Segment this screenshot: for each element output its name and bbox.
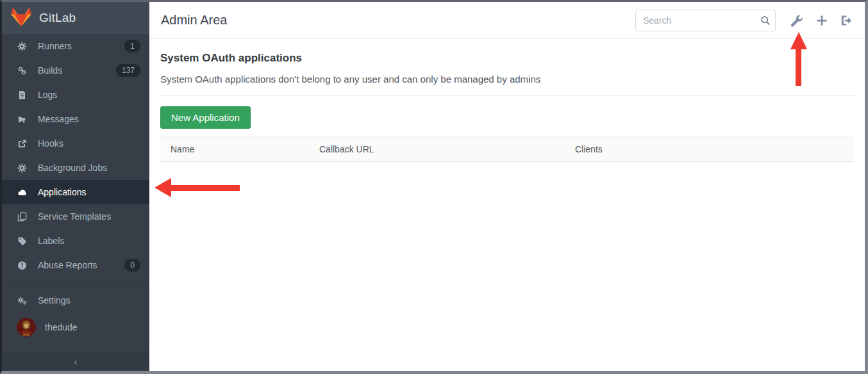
wrench-icon[interactable]	[790, 14, 803, 27]
sidebar-item-label: Hooks	[38, 138, 63, 149]
exclamation-circle-icon	[17, 260, 27, 270]
user-avatar: dude	[17, 318, 36, 337]
sidebar-item-builds[interactable]: Builds 137	[2, 58, 149, 83]
page-body: System OAuth applications System OAuth a…	[149, 39, 865, 162]
svg-text:dude: dude	[22, 332, 29, 336]
builds-count-badge: 137	[116, 64, 140, 77]
gitlab-logo	[10, 6, 32, 29]
sidebar-item-label: Builds	[38, 65, 62, 76]
applications-table-header: Name Callback URL Clients	[160, 136, 854, 162]
search-box	[635, 10, 776, 31]
sidebar-item-hooks[interactable]: Hooks	[2, 131, 149, 156]
sidebar-item-label: Abuse Reports	[38, 260, 97, 270]
main-content: Admin Area System OAuth appl	[149, 2, 865, 371]
user-name: thedude	[45, 322, 78, 332]
tag-icon	[17, 236, 27, 246]
sidebar-settings-section: Settings	[2, 282, 149, 313]
copy-icon	[17, 211, 27, 222]
gear-icon	[17, 41, 27, 51]
sidebar-item-label: Service Templates	[38, 211, 111, 222]
sidebar-item-logs[interactable]: Logs	[2, 83, 149, 107]
abuse-reports-count-badge: 0	[124, 259, 140, 272]
sidebar-item-abuse-reports[interactable]: Abuse Reports 0	[2, 253, 149, 277]
cloud-icon	[17, 187, 27, 197]
sidebar-item-runners[interactable]: Runners 1	[2, 34, 149, 58]
sidebar-item-label: Logs	[38, 90, 57, 100]
column-header-name: Name	[160, 144, 309, 154]
sidebar-item-settings[interactable]: Settings	[2, 288, 149, 313]
column-header-callback-url: Callback URL	[309, 144, 565, 154]
sidebar-item-label: Applications	[38, 187, 87, 197]
search-input[interactable]	[635, 10, 776, 31]
file-text-icon	[17, 90, 27, 100]
bullhorn-icon	[17, 114, 27, 124]
chevron-left-icon: ‹	[74, 356, 78, 367]
sidebar-item-label: Runners	[38, 41, 72, 51]
section-description: System OAuth applications don't belong t…	[160, 74, 854, 85]
page-title: Admin Area	[161, 13, 227, 28]
sidebar-user[interactable]: dude thedude	[2, 313, 149, 342]
sidebar-item-label: Settings	[38, 295, 71, 305]
brand-title: GitLab	[39, 11, 76, 25]
divider	[160, 95, 854, 96]
chain-link-icon	[17, 65, 27, 76]
gear-icon	[17, 163, 27, 173]
gears-icon	[17, 295, 27, 305]
sidebar-item-label: Background Jobs	[38, 163, 107, 173]
section-heading: System OAuth applications	[160, 52, 854, 65]
sidebar-item-applications[interactable]: Applications	[2, 180, 149, 204]
sidebar: GitLab Runners 1 Builds 137	[2, 2, 149, 371]
sidebar-item-labels[interactable]: Labels	[2, 229, 149, 253]
external-link-icon	[17, 138, 27, 149]
sidebar-item-messages[interactable]: Messages	[2, 107, 149, 131]
new-application-button[interactable]: New Application	[160, 106, 251, 129]
column-header-clients: Clients	[565, 144, 854, 154]
sidebar-brand[interactable]: GitLab	[2, 2, 149, 34]
sidebar-nav: Runners 1 Builds 137 Logs Me	[2, 34, 149, 342]
plus-icon[interactable]	[815, 14, 828, 27]
sidebar-item-service-templates[interactable]: Service Templates	[2, 204, 149, 229]
sidebar-collapse-toggle[interactable]: ‹	[2, 352, 149, 371]
runners-count-badge: 1	[124, 40, 140, 53]
top-header-bar: Admin Area	[149, 2, 865, 39]
sidebar-item-label: Messages	[38, 114, 79, 124]
gitlab-admin-window: GitLab Runners 1 Builds 137	[0, 0, 868, 374]
sidebar-item-label: Labels	[38, 236, 64, 246]
sign-out-icon[interactable]	[840, 14, 853, 27]
sidebar-item-background-jobs[interactable]: Background Jobs	[2, 156, 149, 180]
topbar-icon-group	[790, 14, 853, 27]
search-icon	[760, 15, 771, 26]
